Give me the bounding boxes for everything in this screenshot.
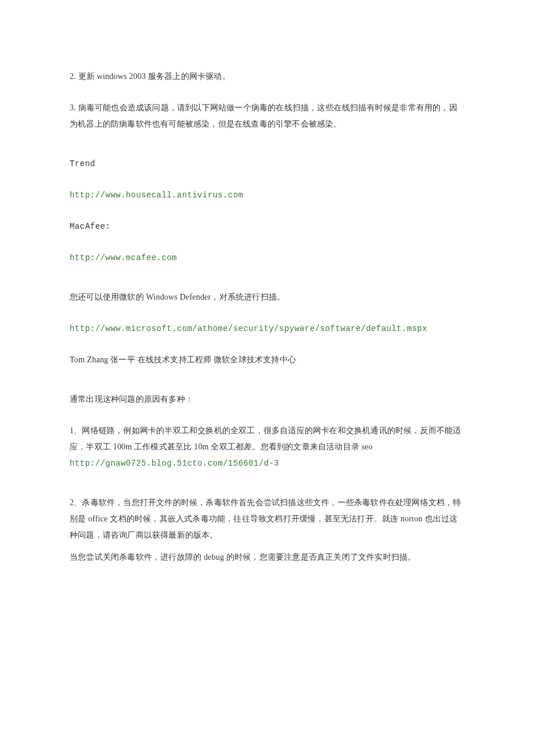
link-51cto[interactable]: http://gnaw0725.blog.51cto.com/156601/d-… [70,459,279,468]
paragraph-3: 3. 病毒可能也会造成该问题，请到以下网站做一个病毒的在线扫描，这些在线扫描有时… [70,100,464,132]
document-page: 2. 更新 windows 2003 服务器上的网卡驱动。 3. 病毒可能也会造… [0,0,534,639]
paragraph-reason-1: 1、网络链路，例如网卡的半双工和交换机的全双工，很多自适应的网卡在和交换机通讯的… [70,423,464,471]
paragraph-reason-2b: 当您尝试关闭杀毒软件，进行故障的 debug 的时候，您需要注意是否真正关闭了文… [70,549,464,566]
paragraph-reason-2: 2、杀毒软件，当您打开文件的时候，杀毒软件首先会尝试扫描这些文件，一些杀毒软件在… [70,495,464,543]
paragraph-reasons: 通常出现这种问题的原因有多种： [70,391,464,408]
macafee-label: MacAfee: [70,218,464,235]
paragraph-defender: 您还可以使用微软的 Windows Defender，对系统进行扫描。 [70,289,464,305]
paragraph-2: 2. 更新 windows 2003 服务器上的网卡驱动。 [70,69,464,85]
link-microsoft[interactable]: http://www.microsoft.com/athome/security… [70,321,464,337]
reason-1-text: 1、网络链路，例如网卡的半双工和交换机的全双工，很多自适应的网卡在和交换机通讯的… [70,426,461,451]
trend-label: Trend [70,156,464,172]
signature-line: Tom Zhang 张一平 在线技术支持工程师 微软全球技术支持中心 [70,352,464,368]
link-housecall[interactable]: http://www.housecall.antivirus.com [70,187,464,203]
link-mcafee[interactable]: http://www.mcafee.com [70,250,464,266]
